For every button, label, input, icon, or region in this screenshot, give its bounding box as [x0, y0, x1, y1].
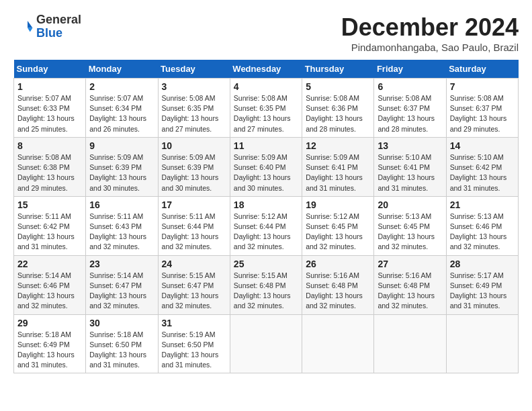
day-info: Sunrise: 5:09 AMSunset: 6:41 PMDaylight:…: [306, 153, 363, 192]
day-number: 17: [162, 199, 226, 210]
table-row: 18 Sunrise: 5:12 AMSunset: 6:44 PMDaylig…: [230, 196, 302, 255]
col-monday: Monday: [86, 60, 158, 79]
day-number: 27: [378, 259, 442, 269]
table-row: 27 Sunrise: 5:16 AMSunset: 6:48 PMDaylig…: [374, 255, 446, 314]
day-info: Sunrise: 5:09 AMSunset: 6:39 PMDaylight:…: [162, 153, 219, 192]
table-row: 11 Sunrise: 5:09 AMSunset: 6:40 PMDaylig…: [230, 137, 302, 196]
day-info: Sunrise: 5:08 AMSunset: 6:37 PMDaylight:…: [450, 94, 507, 133]
day-number: 1: [17, 81, 82, 92]
day-info: Sunrise: 5:08 AMSunset: 6:37 PMDaylight:…: [378, 94, 435, 133]
calendar-week-row: 29 Sunrise: 5:18 AMSunset: 6:49 PMDaylig…: [14, 314, 519, 373]
day-number: 14: [450, 140, 515, 151]
day-number: 15: [17, 199, 82, 210]
day-number: 24: [162, 259, 226, 269]
day-number: 26: [306, 259, 370, 269]
day-info: Sunrise: 5:10 AMSunset: 6:41 PMDaylight:…: [378, 153, 435, 192]
table-row: [374, 314, 446, 373]
calendar-week-row: 1 Sunrise: 5:07 AMSunset: 6:33 PMDayligh…: [14, 79, 519, 138]
day-info: Sunrise: 5:12 AMSunset: 6:44 PMDaylight:…: [234, 212, 291, 251]
logo-icon: [13, 17, 34, 37]
day-info: Sunrise: 5:07 AMSunset: 6:33 PMDaylight:…: [17, 94, 75, 133]
day-info: Sunrise: 5:16 AMSunset: 6:48 PMDaylight:…: [378, 271, 435, 310]
day-number: 25: [234, 259, 298, 269]
day-info: Sunrise: 5:17 AMSunset: 6:49 PMDaylight:…: [450, 271, 507, 310]
day-number: 10: [162, 140, 226, 151]
svg-marker-0: [28, 21, 33, 28]
day-number: 22: [17, 259, 82, 269]
table-row: 2 Sunrise: 5:07 AMSunset: 6:34 PMDayligh…: [86, 79, 158, 138]
location: Pindamonhangaba, Sao Paulo, Brazil: [341, 42, 519, 53]
day-number: 11: [234, 140, 298, 151]
day-info: Sunrise: 5:16 AMSunset: 6:48 PMDaylight:…: [306, 271, 363, 310]
day-number: 31: [162, 318, 226, 328]
table-row: 25 Sunrise: 5:15 AMSunset: 6:48 PMDaylig…: [230, 255, 302, 314]
day-info: Sunrise: 5:09 AMSunset: 6:40 PMDaylight:…: [234, 153, 291, 192]
day-number: 30: [89, 318, 154, 328]
table-row: 8 Sunrise: 5:08 AMSunset: 6:38 PMDayligh…: [14, 137, 86, 196]
logo-text: General Blue: [36, 13, 81, 40]
day-info: Sunrise: 5:14 AMSunset: 6:46 PMDaylight:…: [17, 271, 75, 310]
day-info: Sunrise: 5:08 AMSunset: 6:38 PMDaylight:…: [17, 153, 75, 192]
table-row: [446, 314, 518, 373]
table-row: 24 Sunrise: 5:15 AMSunset: 6:47 PMDaylig…: [158, 255, 230, 314]
day-info: Sunrise: 5:08 AMSunset: 6:35 PMDaylight:…: [234, 94, 291, 133]
col-wednesday: Wednesday: [230, 60, 302, 79]
day-info: Sunrise: 5:08 AMSunset: 6:35 PMDaylight:…: [162, 94, 219, 133]
table-row: 23 Sunrise: 5:14 AMSunset: 6:47 PMDaylig…: [86, 255, 158, 314]
table-row: 3 Sunrise: 5:08 AMSunset: 6:35 PMDayligh…: [158, 79, 230, 138]
day-info: Sunrise: 5:18 AMSunset: 6:50 PMDaylight:…: [89, 330, 146, 369]
day-number: 28: [450, 259, 515, 269]
calendar-week-row: 15 Sunrise: 5:11 AMSunset: 6:42 PMDaylig…: [14, 196, 519, 255]
day-number: 16: [89, 199, 154, 210]
table-row: [230, 314, 302, 373]
day-number: 19: [306, 199, 370, 210]
day-info: Sunrise: 5:07 AMSunset: 6:34 PMDaylight:…: [89, 94, 146, 133]
day-number: 5: [306, 81, 370, 92]
day-info: Sunrise: 5:11 AMSunset: 6:43 PMDaylight:…: [89, 212, 146, 251]
day-info: Sunrise: 5:08 AMSunset: 6:36 PMDaylight:…: [306, 94, 363, 133]
page-header: General Blue December 2024 Pindamonhanga…: [13, 13, 519, 53]
col-tuesday: Tuesday: [158, 60, 230, 79]
table-row: 10 Sunrise: 5:09 AMSunset: 6:39 PMDaylig…: [158, 137, 230, 196]
table-row: 26 Sunrise: 5:16 AMSunset: 6:48 PMDaylig…: [302, 255, 374, 314]
day-number: 3: [162, 81, 226, 92]
day-info: Sunrise: 5:15 AMSunset: 6:47 PMDaylight:…: [162, 271, 219, 310]
day-number: 23: [89, 259, 154, 269]
day-info: Sunrise: 5:15 AMSunset: 6:48 PMDaylight:…: [234, 271, 291, 310]
logo: General Blue: [13, 13, 81, 40]
day-number: 21: [450, 199, 515, 210]
day-number: 6: [378, 81, 442, 92]
day-number: 12: [306, 140, 370, 151]
col-sunday: Sunday: [14, 60, 86, 79]
table-row: 6 Sunrise: 5:08 AMSunset: 6:37 PMDayligh…: [374, 79, 446, 138]
day-number: 18: [234, 199, 298, 210]
day-info: Sunrise: 5:09 AMSunset: 6:39 PMDaylight:…: [89, 153, 146, 192]
day-info: Sunrise: 5:14 AMSunset: 6:47 PMDaylight:…: [89, 271, 146, 310]
day-number: 2: [89, 81, 154, 92]
day-number: 9: [89, 140, 154, 151]
table-row: 14 Sunrise: 5:10 AMSunset: 6:42 PMDaylig…: [446, 137, 518, 196]
table-row: 31 Sunrise: 5:19 AMSunset: 6:50 PMDaylig…: [158, 314, 230, 373]
day-info: Sunrise: 5:18 AMSunset: 6:49 PMDaylight:…: [17, 330, 75, 369]
col-friday: Friday: [374, 60, 446, 79]
table-row: 19 Sunrise: 5:12 AMSunset: 6:45 PMDaylig…: [302, 196, 374, 255]
table-row: 28 Sunrise: 5:17 AMSunset: 6:49 PMDaylig…: [446, 255, 518, 314]
day-number: 20: [378, 199, 442, 210]
table-row: 1 Sunrise: 5:07 AMSunset: 6:33 PMDayligh…: [14, 79, 86, 138]
table-row: 4 Sunrise: 5:08 AMSunset: 6:35 PMDayligh…: [230, 79, 302, 138]
day-info: Sunrise: 5:10 AMSunset: 6:42 PMDaylight:…: [450, 153, 507, 192]
table-row: 20 Sunrise: 5:13 AMSunset: 6:45 PMDaylig…: [374, 196, 446, 255]
calendar-week-row: 22 Sunrise: 5:14 AMSunset: 6:46 PMDaylig…: [14, 255, 519, 314]
day-info: Sunrise: 5:11 AMSunset: 6:42 PMDaylight:…: [17, 212, 75, 251]
calendar-table: Sunday Monday Tuesday Wednesday Thursday…: [13, 60, 519, 373]
table-row: 22 Sunrise: 5:14 AMSunset: 6:46 PMDaylig…: [14, 255, 86, 314]
table-row: 7 Sunrise: 5:08 AMSunset: 6:37 PMDayligh…: [446, 79, 518, 138]
calendar-week-row: 8 Sunrise: 5:08 AMSunset: 6:38 PMDayligh…: [14, 137, 519, 196]
day-info: Sunrise: 5:13 AMSunset: 6:45 PMDaylight:…: [378, 212, 435, 251]
table-row: 5 Sunrise: 5:08 AMSunset: 6:36 PMDayligh…: [302, 79, 374, 138]
day-number: 13: [378, 140, 442, 151]
table-row: 16 Sunrise: 5:11 AMSunset: 6:43 PMDaylig…: [86, 196, 158, 255]
day-number: 7: [450, 81, 515, 92]
table-row: 17 Sunrise: 5:11 AMSunset: 6:44 PMDaylig…: [158, 196, 230, 255]
day-info: Sunrise: 5:13 AMSunset: 6:46 PMDaylight:…: [450, 212, 507, 251]
